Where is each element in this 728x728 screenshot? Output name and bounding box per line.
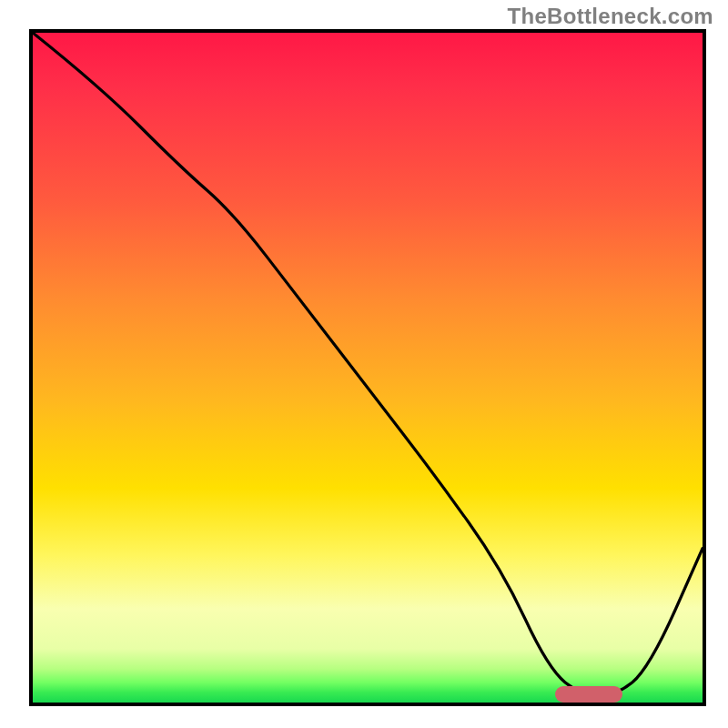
watermark-text: TheBottleneck.com xyxy=(508,4,713,29)
heatmap-gradient xyxy=(33,33,703,703)
optimal-range-marker xyxy=(555,686,622,703)
chart-container: TheBottleneck.com xyxy=(0,0,728,728)
plot-area xyxy=(29,29,706,706)
